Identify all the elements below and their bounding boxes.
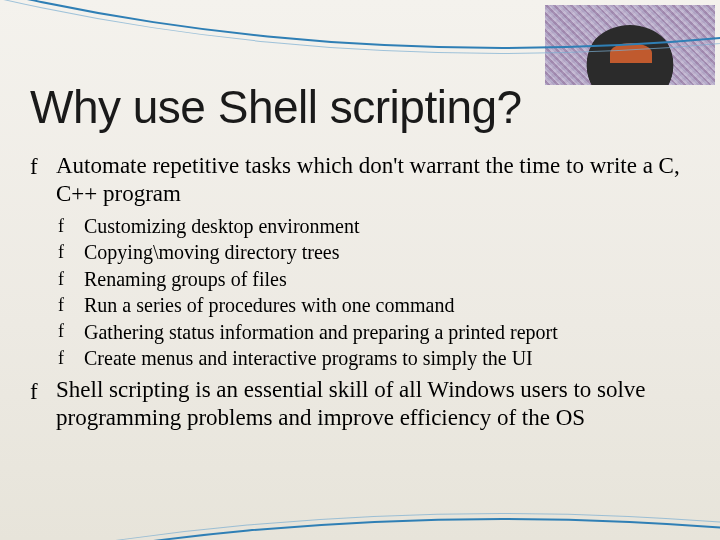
list-item: f Gathering status information and prepa… [58,320,690,344]
list-item: f Run a series of procedures with one co… [58,293,690,317]
list-item: f Automate repetitive tasks which don't … [30,152,690,208]
bullet-icon: f [58,295,64,317]
bullet-icon: f [58,348,64,370]
list-item-text: Shell scripting is an essential skill of… [56,377,646,430]
list-item-text: Automate repetitive tasks which don't wa… [56,153,680,206]
list-item: f Customizing desktop environment [58,214,690,238]
list-item-text: Copying\moving directory trees [84,241,340,263]
list-item-text: Create menus and interactive programs to… [84,347,533,369]
bullet-icon: f [30,153,38,181]
decorative-curve-bottom-light [0,513,720,540]
bullet-icon: f [58,321,64,343]
slide-content: Why use Shell scripting? f Automate repe… [30,80,690,439]
list-item: f Copying\moving directory trees [58,240,690,264]
list-item-text: Customizing desktop environment [84,215,360,237]
list-item-text: Run a series of procedures with one comm… [84,294,454,316]
list-item: f Shell scripting is an essential skill … [30,376,690,432]
slide: Why use Shell scripting? f Automate repe… [0,0,720,540]
list-item: f Renaming groups of files [58,267,690,291]
decorative-curve-top-light [0,0,720,54]
list-item-text: Renaming groups of files [84,268,287,290]
bullet-icon: f [30,378,38,406]
list-item-text: Gathering status information and prepari… [84,321,558,343]
bullet-icon: f [58,242,64,264]
bullet-icon: f [58,269,64,291]
slide-title: Why use Shell scripting? [30,80,690,134]
bullet-icon: f [58,216,64,238]
list-item: f Create menus and interactive programs … [58,346,690,370]
